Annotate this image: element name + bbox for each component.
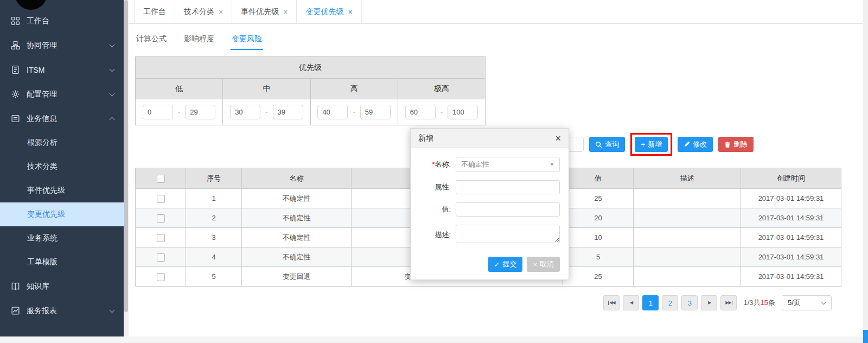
book-icon: [11, 282, 20, 291]
first-page-button[interactable]: ◀◀: [603, 295, 620, 310]
sidebar-subitem-tech-category[interactable]: 技术分类: [0, 155, 124, 179]
tab-incident-priority[interactable]: 事件优先级 ×: [232, 0, 297, 23]
value-label: 值:: [419, 205, 451, 214]
horizontal-scrollbar[interactable]: [0, 336, 868, 343]
tab-change-priority[interactable]: 变更优先级 ×: [297, 0, 361, 23]
sidebar-item-itsm[interactable]: ITSM: [0, 58, 124, 82]
subtab-calc-formula[interactable]: 计算公式: [135, 29, 168, 50]
annotation-highlight-box: + 新增: [630, 133, 672, 156]
sidebar-nav: 工作台 协同管理 ITSM 配置管理: [0, 0, 124, 323]
add-dialog-header: 新增 ×: [411, 129, 569, 148]
add-dialog-title: 新增: [418, 134, 433, 143]
row-checkbox[interactable]: [157, 195, 165, 203]
sidebar-item-configuration[interactable]: 配置管理: [0, 82, 124, 106]
range-dash: -: [441, 107, 443, 116]
page-button-3[interactable]: 3: [681, 295, 698, 310]
priority-medium-min-input[interactable]: [230, 105, 260, 119]
gear-icon: [11, 90, 20, 99]
priority-title: 优先级: [136, 57, 486, 79]
priority-medium-max-input[interactable]: [273, 105, 303, 119]
priority-high-max-input[interactable]: [360, 105, 391, 119]
row-checkbox[interactable]: [157, 234, 165, 242]
submit-button[interactable]: ✓ 提交: [488, 257, 523, 272]
sidebar-subitem-root-cause[interactable]: 根源分析: [0, 131, 124, 155]
delete-button[interactable]: 删除: [718, 137, 754, 152]
row-checkbox[interactable]: [157, 214, 165, 223]
priority-critical-max-input[interactable]: [448, 105, 478, 119]
sidebar-subitem-business-system[interactable]: 业务系统: [0, 226, 124, 250]
next-page-icon: ▶: [708, 301, 711, 305]
priority-low-max-input[interactable]: [185, 105, 215, 119]
sidebar-item-label: 配置管理: [27, 90, 110, 99]
page-button-1[interactable]: 1: [642, 295, 659, 310]
last-page-button[interactable]: ▶▶: [720, 295, 737, 310]
pagination-info-total: 15: [761, 298, 768, 307]
sidebar-item-label: ITSM: [27, 66, 110, 74]
subtab-change-risk[interactable]: 变更风险: [231, 29, 263, 50]
cell-desc: [634, 267, 741, 287]
chevron-down-icon: [110, 91, 115, 96]
sidebar-item-service-reports[interactable]: 服务报表: [0, 298, 124, 323]
row-checkbox[interactable]: [157, 253, 165, 262]
sidebar-item-workbench[interactable]: 工作台: [0, 9, 124, 33]
header-no: 序号: [186, 168, 242, 189]
tab-workbench[interactable]: 工作台: [134, 0, 175, 23]
sidebar-subitem-change-priority[interactable]: 变更优先级: [0, 202, 124, 226]
priority-critical-min-input[interactable]: [405, 105, 436, 119]
sidebar-scrollbar-thumb[interactable]: [124, 0, 128, 312]
cell-desc: [634, 247, 741, 267]
document-icon: [11, 65, 20, 74]
priority-high-min-input[interactable]: [317, 105, 348, 119]
cancel-button[interactable]: × 取消: [527, 257, 560, 272]
pagination-info: 1/3共15条: [743, 298, 775, 308]
name-select[interactable]: 不确定性 ▼: [456, 157, 560, 172]
plus-icon: +: [641, 141, 645, 149]
priority-config-table: 优先级 低 中 高 极高 - -: [135, 56, 486, 125]
sidebar-subitem-label: 技术分类: [27, 162, 58, 172]
cell-name: 不确定性: [242, 189, 352, 208]
tab-label: 变更优先级: [305, 7, 343, 17]
page-button-2[interactable]: 2: [662, 295, 678, 310]
vertical-scrollbar: [863, 0, 868, 343]
tab-label: 工作台: [143, 7, 166, 17]
select-all-checkbox[interactable]: [157, 175, 165, 183]
add-dialog-footer: ✓ 提交 × 取消: [411, 257, 569, 280]
attr-input[interactable]: [456, 180, 560, 194]
cell-no: 3: [186, 228, 242, 247]
sidebar-subitem-incident-priority[interactable]: 事件优先级: [0, 179, 124, 202]
row-checkbox[interactable]: [157, 273, 165, 281]
vertical-scrollbar-thumb[interactable]: [863, 330, 868, 343]
chevron-down-icon: [110, 42, 115, 47]
header-desc: 描述: [634, 168, 741, 189]
tab-close-icon[interactable]: ×: [283, 8, 288, 16]
sidebar-subitem-label: 根源分析: [27, 138, 58, 148]
cell-no: 4: [186, 247, 242, 267]
tab-close-icon[interactable]: ×: [219, 8, 223, 16]
page-size-select[interactable]: 5/页: [782, 295, 832, 310]
prev-page-button[interactable]: ◀: [623, 295, 639, 310]
cell-name: 不确定性: [242, 247, 352, 267]
add-button[interactable]: + 新增: [635, 137, 668, 152]
check-icon: ✓: [494, 261, 500, 269]
sidebar-item-label: 服务报表: [27, 306, 110, 316]
attr-label: 属性:: [419, 182, 451, 192]
sidebar-item-label: 协同管理: [27, 41, 110, 50]
chevron-down-icon: [110, 66, 115, 72]
desc-textarea[interactable]: [456, 225, 560, 243]
subtab-impact-level[interactable]: 影响程度: [183, 29, 215, 50]
close-icon[interactable]: ×: [555, 134, 561, 143]
sidebar-item-business-info[interactable]: 业务信息: [0, 106, 124, 131]
modify-button[interactable]: 修改: [678, 137, 713, 152]
sidebar-item-label: 知识库: [27, 282, 114, 291]
tab-tech-category[interactable]: 技术分类 ×: [175, 0, 232, 23]
sub-tabs: 计算公式 影响程度 变更风险: [135, 29, 841, 50]
value-input[interactable]: [456, 202, 560, 217]
sidebar-subitem-ticket-template[interactable]: 工单模版: [0, 250, 124, 274]
tab-close-icon[interactable]: ×: [348, 8, 352, 16]
priority-low-min-input[interactable]: [143, 105, 173, 119]
sidebar-item-collaboration[interactable]: 协同管理: [0, 33, 124, 58]
cell-value: 25: [563, 267, 634, 287]
query-button[interactable]: 查询: [589, 137, 625, 152]
next-page-button[interactable]: ▶: [701, 295, 717, 310]
sidebar-item-knowledge-base[interactable]: 知识库: [0, 274, 124, 298]
